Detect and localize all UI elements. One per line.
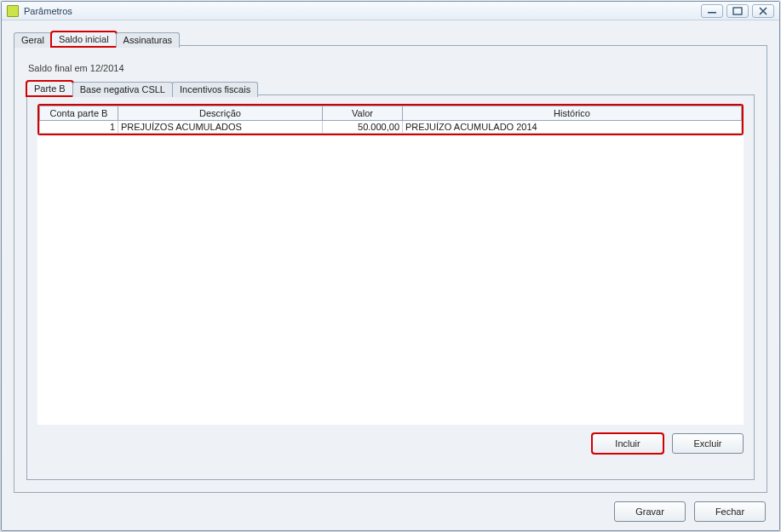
dialog-parametros: Parâmetros Geral Saldo inicial Assinatur… [1, 1, 780, 531]
tab-base-negativa-csll[interactable]: Base negativa CSLL [72, 82, 173, 97]
grid-empty-area [37, 135, 744, 425]
tab-label: Assinaturas [123, 35, 172, 45]
tab-label: Saldo inicial [59, 34, 109, 44]
maximize-button[interactable] [726, 4, 749, 18]
client-area: Geral Saldo inicial Assinaturas Saldo fi… [2, 20, 779, 530]
cell-conta[interactable]: 1 [40, 121, 118, 134]
col-header-conta[interactable]: Conta parte B [40, 106, 118, 121]
col-header-descricao[interactable]: Descrição [118, 106, 323, 121]
tab-label: Incentivos fiscais [180, 84, 250, 94]
table-row[interactable]: 1 PREJUÍZOS ACUMULADOS 50.000,00 PREJUÍZ… [40, 121, 742, 134]
tab-label: Geral [21, 35, 44, 45]
tab-geral[interactable]: Geral [14, 32, 52, 48]
col-header-valor[interactable]: Valor [323, 106, 403, 121]
fechar-button[interactable]: Fechar [694, 501, 766, 522]
inner-tabstrip: Parte B Base negativa CSLL Incentivos fi… [26, 80, 755, 95]
section-label: Saldo final em 12/2014 [28, 63, 753, 73]
inner-panel-parte-b: Conta parte B Descrição Valor Histórico … [26, 94, 755, 480]
cell-descricao[interactable]: PREJUÍZOS ACUMULADOS [118, 121, 323, 134]
excluir-button[interactable]: Excluir [672, 433, 744, 454]
tab-label: Base negativa CSLL [80, 84, 165, 94]
gravar-button[interactable]: Gravar [614, 501, 686, 522]
tab-assinaturas[interactable]: Assinaturas [116, 32, 180, 48]
cell-historico[interactable]: PREJUÍZO ACUMULADO 2014 [403, 121, 742, 134]
tab-parte-b[interactable]: Parte B [26, 81, 73, 96]
window-title: Parâmetros [24, 6, 72, 16]
tab-saldo-inicial[interactable]: Saldo inicial [51, 31, 117, 47]
tab-panel-saldo-inicial: Saldo final em 12/2014 Parte B Base nega… [14, 45, 767, 493]
tab-label: Parte B [34, 83, 66, 94]
svg-rect-0 [708, 12, 716, 14]
tab-incentivos-fiscais[interactable]: Incentivos fiscais [172, 82, 258, 97]
incluir-button[interactable]: Incluir [592, 433, 663, 454]
col-header-historico[interactable]: Histórico [403, 106, 742, 121]
close-button[interactable] [752, 4, 774, 18]
window-controls [701, 4, 774, 18]
minimize-button[interactable] [701, 4, 723, 18]
svg-rect-1 [733, 8, 742, 14]
dialog-button-row: Gravar Fechar [14, 501, 766, 522]
app-icon [7, 5, 19, 17]
titlebar: Parâmetros [2, 2, 779, 20]
grid-parte-b[interactable]: Conta parte B Descrição Valor Histórico … [37, 104, 744, 135]
grid-table: Conta parte B Descrição Valor Histórico … [39, 106, 742, 134]
cell-valor[interactable]: 50.000,00 [323, 121, 403, 134]
inner-button-row: Incluir Excluir [37, 433, 744, 454]
main-tabstrip: Geral Saldo inicial Assinaturas [14, 31, 767, 46]
